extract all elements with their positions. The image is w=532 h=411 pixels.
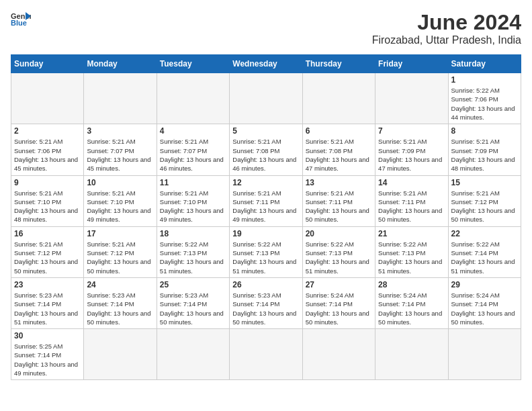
calendar-row-3: 16Sunrise: 5:21 AM Sunset: 7:12 PM Dayli… xyxy=(11,226,521,277)
calendar-cell xyxy=(84,329,157,380)
calendar-cell: 30Sunrise: 5:25 AM Sunset: 7:14 PM Dayli… xyxy=(11,329,84,380)
calendar-cell: 25Sunrise: 5:23 AM Sunset: 7:14 PM Dayli… xyxy=(157,277,229,328)
day-number: 20 xyxy=(306,229,372,238)
day-number: 28 xyxy=(378,280,445,289)
calendar-cell: 15Sunrise: 5:21 AM Sunset: 7:12 PM Dayli… xyxy=(448,175,521,226)
logo: General Blue xyxy=(11,11,31,26)
day-info: Sunrise: 5:21 AM Sunset: 7:11 PM Dayligh… xyxy=(232,189,299,224)
calendar-cell: 14Sunrise: 5:21 AM Sunset: 7:11 PM Dayli… xyxy=(375,175,448,226)
day-info: Sunrise: 5:21 AM Sunset: 7:06 PM Dayligh… xyxy=(14,137,81,173)
day-number: 2 xyxy=(14,126,81,136)
day-number: 25 xyxy=(160,280,226,289)
calendar-cell xyxy=(448,329,521,380)
header-monday: Monday xyxy=(84,55,157,73)
day-number: 11 xyxy=(160,178,226,187)
day-info: Sunrise: 5:21 AM Sunset: 7:10 PM Dayligh… xyxy=(87,189,153,224)
day-number: 15 xyxy=(451,178,518,187)
header-sunday: Sunday xyxy=(11,55,84,73)
calendar-cell: 11Sunrise: 5:21 AM Sunset: 7:10 PM Dayli… xyxy=(157,175,229,226)
calendar-row-1: 2Sunrise: 5:21 AM Sunset: 7:06 PM Daylig… xyxy=(11,124,521,175)
day-info: Sunrise: 5:22 AM Sunset: 7:14 PM Dayligh… xyxy=(451,240,518,275)
calendar-cell: 12Sunrise: 5:21 AM Sunset: 7:11 PM Dayli… xyxy=(230,175,302,226)
calendar-cell: 6Sunrise: 5:21 AM Sunset: 7:08 PM Daylig… xyxy=(302,124,375,175)
day-number: 18 xyxy=(160,229,226,238)
calendar-cell xyxy=(157,73,229,124)
calendar-cell: 21Sunrise: 5:22 AM Sunset: 7:13 PM Dayli… xyxy=(375,226,448,277)
calendar-cell: 28Sunrise: 5:24 AM Sunset: 7:14 PM Dayli… xyxy=(375,277,448,328)
day-info: Sunrise: 5:24 AM Sunset: 7:14 PM Dayligh… xyxy=(451,291,518,326)
calendar-row-4: 23Sunrise: 5:23 AM Sunset: 7:14 PM Dayli… xyxy=(11,277,521,328)
calendar-cell: 4Sunrise: 5:21 AM Sunset: 7:07 PM Daylig… xyxy=(157,124,229,175)
header-wednesday: Wednesday xyxy=(230,55,302,73)
calendar-cell: 23Sunrise: 5:23 AM Sunset: 7:14 PM Dayli… xyxy=(11,277,84,328)
day-info: Sunrise: 5:22 AM Sunset: 7:06 PM Dayligh… xyxy=(451,86,518,122)
calendar-cell: 24Sunrise: 5:23 AM Sunset: 7:14 PM Dayli… xyxy=(84,277,157,328)
day-info: Sunrise: 5:21 AM Sunset: 7:07 PM Dayligh… xyxy=(87,137,153,173)
calendar-cell: 2Sunrise: 5:21 AM Sunset: 7:06 PM Daylig… xyxy=(11,124,84,175)
day-number: 1 xyxy=(451,75,518,85)
day-number: 26 xyxy=(232,280,299,289)
day-number: 19 xyxy=(232,229,299,238)
day-number: 8 xyxy=(451,126,518,136)
location-title: Firozabad, Uttar Pradesh, India xyxy=(372,34,521,46)
day-info: Sunrise: 5:21 AM Sunset: 7:08 PM Dayligh… xyxy=(306,137,372,173)
day-number: 30 xyxy=(14,331,81,340)
calendar-cell: 1Sunrise: 5:22 AM Sunset: 7:06 PM Daylig… xyxy=(448,73,521,124)
calendar-row-2: 9Sunrise: 5:21 AM Sunset: 7:10 PM Daylig… xyxy=(11,175,521,226)
calendar-cell: 27Sunrise: 5:24 AM Sunset: 7:14 PM Dayli… xyxy=(302,277,375,328)
day-number: 16 xyxy=(14,229,81,238)
day-info: Sunrise: 5:22 AM Sunset: 7:13 PM Dayligh… xyxy=(160,240,226,275)
calendar-cell xyxy=(230,73,302,124)
day-number: 27 xyxy=(306,280,372,289)
month-title: June 2024 xyxy=(372,11,521,34)
calendar-cell: 5Sunrise: 5:21 AM Sunset: 7:08 PM Daylig… xyxy=(230,124,302,175)
calendar-cell: 26Sunrise: 5:23 AM Sunset: 7:14 PM Dayli… xyxy=(230,277,302,328)
day-number: 9 xyxy=(14,178,81,187)
day-info: Sunrise: 5:21 AM Sunset: 7:10 PM Dayligh… xyxy=(14,189,81,224)
calendar-cell xyxy=(302,73,375,124)
calendar-cell xyxy=(84,73,157,124)
calendar-cell xyxy=(302,329,375,380)
day-info: Sunrise: 5:23 AM Sunset: 7:14 PM Dayligh… xyxy=(14,291,81,326)
calendar-cell: 16Sunrise: 5:21 AM Sunset: 7:12 PM Dayli… xyxy=(11,226,84,277)
header-friday: Friday xyxy=(375,55,448,73)
title-area: June 2024 Firozabad, Uttar Pradesh, Indi… xyxy=(372,11,521,46)
header-saturday: Saturday xyxy=(448,55,521,73)
calendar-cell: 29Sunrise: 5:24 AM Sunset: 7:14 PM Dayli… xyxy=(448,277,521,328)
calendar-cell: 17Sunrise: 5:21 AM Sunset: 7:12 PM Dayli… xyxy=(84,226,157,277)
day-info: Sunrise: 5:24 AM Sunset: 7:14 PM Dayligh… xyxy=(378,291,445,326)
day-number: 7 xyxy=(378,126,445,136)
day-number: 14 xyxy=(378,178,445,187)
calendar-cell: 3Sunrise: 5:21 AM Sunset: 7:07 PM Daylig… xyxy=(84,124,157,175)
day-number: 13 xyxy=(306,178,372,187)
calendar-cell: 7Sunrise: 5:21 AM Sunset: 7:09 PM Daylig… xyxy=(375,124,448,175)
day-number: 29 xyxy=(451,280,518,289)
day-info: Sunrise: 5:23 AM Sunset: 7:14 PM Dayligh… xyxy=(160,291,226,326)
calendar-row-0: 1Sunrise: 5:22 AM Sunset: 7:06 PM Daylig… xyxy=(11,73,521,124)
day-number: 24 xyxy=(87,280,153,289)
day-number: 17 xyxy=(87,229,153,238)
calendar-cell xyxy=(375,73,448,124)
day-info: Sunrise: 5:24 AM Sunset: 7:14 PM Dayligh… xyxy=(306,291,372,326)
calendar-cell: 19Sunrise: 5:22 AM Sunset: 7:13 PM Dayli… xyxy=(230,226,302,277)
calendar-cell xyxy=(375,329,448,380)
calendar-cell: 22Sunrise: 5:22 AM Sunset: 7:14 PM Dayli… xyxy=(448,226,521,277)
calendar-cell: 10Sunrise: 5:21 AM Sunset: 7:10 PM Dayli… xyxy=(84,175,157,226)
day-number: 5 xyxy=(232,126,299,136)
calendar: Sunday Monday Tuesday Wednesday Thursday… xyxy=(11,54,521,380)
day-number: 21 xyxy=(378,229,445,238)
day-number: 6 xyxy=(306,126,372,136)
day-info: Sunrise: 5:21 AM Sunset: 7:08 PM Dayligh… xyxy=(232,137,299,173)
day-number: 23 xyxy=(14,280,81,289)
day-info: Sunrise: 5:21 AM Sunset: 7:12 PM Dayligh… xyxy=(14,240,81,275)
day-info: Sunrise: 5:21 AM Sunset: 7:12 PM Dayligh… xyxy=(451,189,518,224)
day-number: 12 xyxy=(232,178,299,187)
day-info: Sunrise: 5:22 AM Sunset: 7:13 PM Dayligh… xyxy=(378,240,445,275)
day-number: 4 xyxy=(160,126,226,136)
day-info: Sunrise: 5:21 AM Sunset: 7:11 PM Dayligh… xyxy=(378,189,445,224)
day-number: 3 xyxy=(87,126,153,136)
day-number: 22 xyxy=(451,229,518,238)
calendar-row-5: 30Sunrise: 5:25 AM Sunset: 7:14 PM Dayli… xyxy=(11,329,521,380)
day-info: Sunrise: 5:25 AM Sunset: 7:14 PM Dayligh… xyxy=(14,342,81,377)
day-number: 10 xyxy=(87,178,153,187)
